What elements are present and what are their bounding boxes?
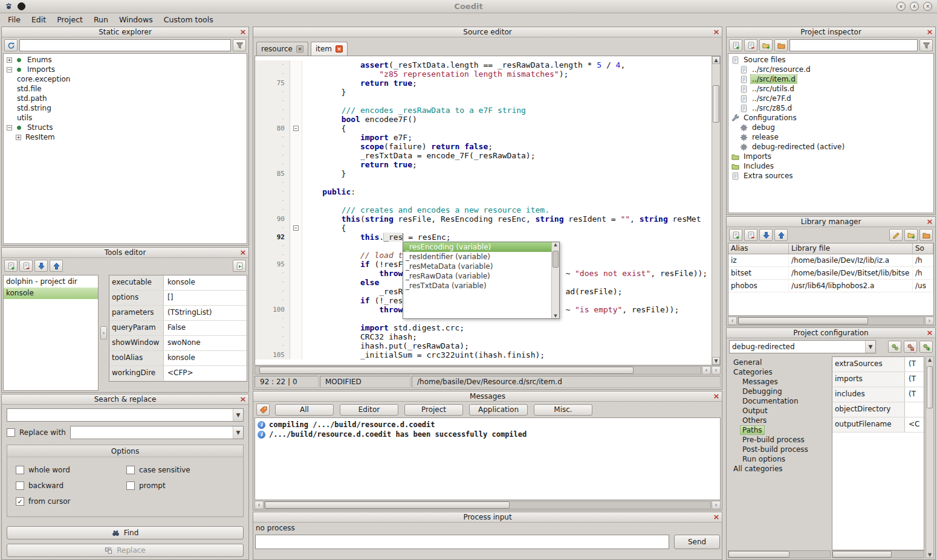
tree-item[interactable]: std.path [4,94,247,103]
tools-list[interactable]: dolphin - project dirkonsole [3,275,99,391]
tool-move-down-button[interactable] [34,260,48,272]
project-tree-item[interactable]: Source files [728,55,933,65]
library-from-folder-button[interactable] [904,229,918,241]
scroll-down-button[interactable]: ▼ [712,357,720,365]
messages-filter-project[interactable]: Project [404,404,463,416]
property-value[interactable]: <C [905,417,924,432]
property-value[interactable]: (T [905,357,924,372]
library-horizontal-scrollbar[interactable]: ‹ › [728,317,934,325]
send-button[interactable]: Send [674,535,720,549]
menu-edit[interactable]: Edit [26,14,51,25]
library-manager-close-button[interactable]: × [926,217,934,226]
tree-item[interactable]: −Imports [4,65,247,74]
category-item[interactable]: Pre-build process [728,435,831,445]
expander-icon[interactable]: − [7,125,12,130]
code-line[interactable]: · return true; [255,160,712,169]
code-line[interactable]: · scope(failure) return false; [255,142,712,151]
property-value[interactable]: (TStringList) [164,306,247,320]
chevron-down-icon[interactable]: ▼ [233,409,243,421]
code-editor[interactable]: · assert(_resTxtData.length == _resRawDa… [255,56,721,365]
scrollbar-thumb[interactable] [265,501,510,509]
messages-options-button[interactable] [256,404,270,416]
category-item[interactable]: Output [728,406,831,416]
window-titlebar[interactable]: Coedit ∨ ∧ × [0,0,937,13]
tree-item[interactable]: utils [4,113,247,123]
menu-custom-tools[interactable]: Custom tools [158,14,219,25]
tree-item[interactable]: +Enums [4,55,247,65]
option-checkbox-from-cursor[interactable]: ✓from cursor [16,497,124,506]
code-line[interactable]: 105 _initialSum = crc322uint(ihash.finis… [255,350,712,359]
code-line[interactable]: · _resTxtData = encode_7F(_resRawData); [255,151,712,160]
static-explorer-refresh-button[interactable] [4,39,18,51]
scrollbar-thumb[interactable] [738,317,868,324]
messages-close-button[interactable]: × [712,392,721,401]
project-tree-item[interactable]: Imports [728,152,933,161]
scroll-left-button[interactable]: ‹ [255,501,264,509]
scrollbar-track[interactable] [255,366,701,375]
tab-close-icon[interactable]: × [296,45,303,53]
configuration-select[interactable]: debug-redirected ▼ [729,340,876,353]
messages-list[interactable]: icompiling /.../build/resource.d.coediti… [255,417,721,500]
code-line[interactable]: · ihash.put(_resRawData); [255,341,712,350]
scroll-left-button[interactable]: ‹ [728,317,737,325]
category-item[interactable]: Documentation [728,396,831,406]
completion-item[interactable]: _resTxtData (variable) [403,281,551,291]
project-tree-item[interactable]: ../src/z85.d [728,103,933,113]
tree-item[interactable]: std.file [4,84,247,94]
code-line[interactable]: · bool encodee7F() [255,115,712,124]
category-item[interactable]: Categories [728,367,831,377]
code-line[interactable]: 75 return true; [255,79,712,88]
messages-filter-editor[interactable]: Editor [340,404,398,416]
code-line[interactable]: · } [255,88,712,97]
scroll-right-button[interactable]: › [712,501,721,509]
property-value[interactable]: <CFP> [164,366,247,381]
property-value[interactable]: False [164,321,247,335]
column-header[interactable]: Alias [728,243,789,254]
tree-item[interactable]: core.exception [4,74,247,84]
add-folder-button[interactable] [759,39,773,51]
clone-configuration-button[interactable] [919,341,933,353]
scroll-up-button[interactable]: ▲ [712,56,720,64]
completion-item[interactable]: _resEncoding (variable) [403,242,551,252]
option-checkbox-whole-word[interactable]: whole word [16,466,124,474]
expander-icon[interactable]: + [7,57,12,63]
project-filter-input[interactable] [789,39,918,51]
project-tree-item[interactable]: release [728,132,933,142]
messages-filter-application[interactable]: Application [469,404,528,416]
category-item[interactable]: Paths [728,425,831,435]
fold-icon[interactable]: − [293,126,299,131]
project-tree-item[interactable]: Configurations [728,113,933,123]
code-line[interactable]: · [255,196,712,205]
fold-icon[interactable]: − [293,225,299,231]
code-line[interactable]: 92 this._res = resEnc; [255,233,712,242]
message-row[interactable]: i/.../build/resource.d.coedit has been s… [255,430,720,439]
option-checkbox-case-sensitive[interactable]: case sensitive [126,466,235,474]
code-line[interactable]: 80− { [255,124,712,133]
project-filter-button[interactable] [919,39,933,51]
library-folder-button[interactable] [919,229,933,241]
category-item[interactable]: Others [728,416,831,425]
add-library-button[interactable] [729,229,742,241]
find-button[interactable]: Find [7,526,244,539]
menu-project[interactable]: Project [51,14,88,25]
category-item[interactable]: Messages [728,377,831,387]
option-checkbox-backward[interactable]: backward [16,481,124,490]
scrollbar-track[interactable] [738,317,924,325]
tools-editor-close-button[interactable]: × [239,248,247,257]
category-item[interactable]: All categories [728,464,831,474]
code-line[interactable]: 90 this(string resFile, ResEncoding resE… [255,214,712,224]
replace-input-combo[interactable]: ▼ [70,426,244,439]
tool-item[interactable]: konsole [4,288,98,299]
property-value[interactable]: (T [905,372,924,387]
property-value[interactable]: swoNone [164,336,247,350]
category-item[interactable]: Run options [728,454,831,464]
messages-horizontal-scrollbar[interactable]: ‹ › [255,501,721,509]
tree-item[interactable]: std.string [4,103,247,113]
scrollbar-thumb[interactable] [728,551,789,558]
edit-library-button[interactable] [889,229,903,241]
add-source-button[interactable] [729,39,742,51]
messages-filter-misc[interactable]: Misc. [534,404,592,416]
add-folder-sources-button[interactable] [774,39,788,51]
scroll-right-button[interactable]: › [925,317,934,325]
project-tree-item[interactable]: Includes [728,161,933,171]
